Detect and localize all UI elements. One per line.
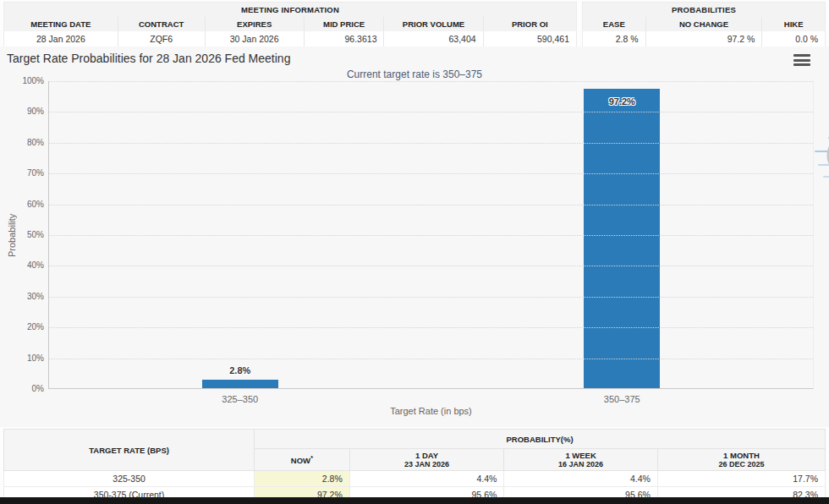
chart-subtitle: Current target rate is 350–375	[0, 68, 829, 80]
gridline	[49, 297, 813, 298]
one-week-column-header: 1 WEEK16 JAN 2026	[504, 449, 658, 471]
col-header-hike: HIKE	[762, 17, 826, 31]
one-month-prob-cell: 17.7%	[657, 471, 825, 487]
col-header-mid-price: MID PRICE	[304, 17, 384, 31]
fedwatch-screen: MEETING INFORMATION MEETING DATE CONTRAC…	[0, 0, 829, 504]
one-month-column-header: 1 MONTH26 DEC 2025	[657, 449, 825, 471]
target-rate-bps-header: TARGET RATE (BPS)	[4, 430, 255, 471]
no-change-value: 97.2 %	[645, 31, 762, 47]
gridline	[49, 359, 813, 359]
y-axis-tick-label: 20%	[0, 322, 44, 331]
meeting-information-title: MEETING INFORMATION	[4, 3, 577, 18]
probabilities-value-row: 2.8 % 97.2 % 0.0 %	[583, 31, 826, 47]
col-header-no-change: NO CHANGE	[645, 17, 762, 31]
meeting-information-table: MEETING INFORMATION MEETING DATE CONTRAC…	[3, 2, 577, 47]
col-header-contract: CONTRACT	[118, 17, 205, 31]
y-axis-tick-label: 30%	[0, 292, 44, 301]
y-axis-tick-label: 80%	[0, 138, 44, 147]
prior-oi-value: 590,461	[483, 31, 576, 47]
col-header-prior-oi: PRIOR OI	[483, 17, 576, 31]
mid-price-value: 96.3613	[304, 31, 384, 47]
bar[interactable]	[584, 89, 660, 388]
contract-value: ZQF6	[118, 31, 205, 47]
meeting-date-value: 28 Jan 2026	[4, 31, 118, 47]
probability-pct-group-header: PROBABILITY(%)	[255, 430, 826, 449]
bar[interactable]	[202, 380, 278, 388]
col-header-meeting-date: MEETING DATE	[4, 17, 118, 31]
one-week-prob-cell: 4.4%	[504, 471, 658, 487]
gridline	[49, 235, 813, 236]
one-day-column-header: 1 DAY23 JAN 2026	[349, 449, 504, 471]
probabilities-title: PROBABILITIES	[583, 3, 826, 18]
chart-title: Target Rate Probabilities for 28 Jan 202…	[7, 52, 290, 65]
col-header-expires: EXPIRES	[205, 17, 304, 31]
y-axis-tick-label: 10%	[0, 353, 44, 363]
probability-history-section: TARGET RATE (BPS) PROBABILITY(%) NOW* 1 …	[3, 429, 826, 503]
y-axis-tick-label: 100%	[0, 76, 44, 85]
now-column-header: NOW*	[255, 449, 350, 471]
hike-value: 0.0 %	[762, 31, 826, 47]
gridline	[49, 143, 813, 144]
y-axis-tick-label: 0%	[0, 384, 44, 393]
rate-range-cell: 325-350	[4, 471, 255, 487]
y-axis-tick-label: 50%	[0, 230, 44, 239]
x-axis-tick-label: 325–350	[49, 394, 431, 404]
ease-value: 2.8 %	[583, 31, 646, 47]
hamburger-menu-icon[interactable]	[793, 53, 810, 67]
meeting-information-value-row: 28 Jan 2026 ZQF6 30 Jan 2026 96.3613 63,…	[4, 31, 577, 47]
table-row: 325-350 2.8% 4.4% 4.4% 17.7%	[4, 471, 826, 487]
gridline	[49, 205, 813, 205]
bar-value-label: 2.8%	[185, 365, 295, 375]
probability-chart-panel: Target Rate Probabilities for 28 Jan 202…	[0, 47, 829, 427]
gridline	[49, 266, 813, 266]
y-axis-tick-label: 70%	[0, 168, 44, 178]
y-axis-tick-label: 90%	[0, 107, 44, 116]
now-prob-cell: 2.8%	[255, 471, 350, 487]
quikstrike-q-logo: Q	[813, 117, 829, 189]
bottom-black-bar	[0, 497, 829, 504]
probability-history-table: TARGET RATE (BPS) PROBABILITY(%) NOW* 1 …	[3, 429, 826, 503]
y-axis-tick-label: 40%	[0, 260, 44, 270]
top-summary-tables: MEETING INFORMATION MEETING DATE CONTRAC…	[3, 2, 826, 47]
plot-area: Q 2.8% 97.2% 325–350 350–375	[48, 81, 814, 389]
gridline	[49, 112, 813, 112]
bar-value-label: 97.2%	[567, 96, 677, 107]
probabilities-table: PROBABILITIES EASE NO CHANGE HIKE 2.8 % …	[582, 2, 826, 47]
expires-value: 30 Jan 2026	[205, 31, 304, 47]
gridline	[49, 173, 813, 174]
now-footnote-asterisk: *	[310, 454, 313, 462]
gridline	[49, 81, 813, 82]
prior-volume-value: 63,404	[384, 31, 483, 47]
gridline	[49, 327, 813, 328]
probabilities-header-row: EASE NO CHANGE HIKE	[583, 17, 826, 31]
x-axis-tick-label: 350–375	[431, 394, 814, 404]
meeting-information-header-row: MEETING DATE CONTRACT EXPIRES MID PRICE …	[4, 17, 577, 31]
y-axis-tick-label: 60%	[0, 200, 44, 209]
col-header-prior-volume: PRIOR VOLUME	[384, 17, 483, 31]
col-header-ease: EASE	[583, 17, 646, 31]
x-axis-title: Target Rate (in bps)	[48, 406, 814, 416]
one-day-prob-cell: 4.4%	[349, 471, 504, 487]
